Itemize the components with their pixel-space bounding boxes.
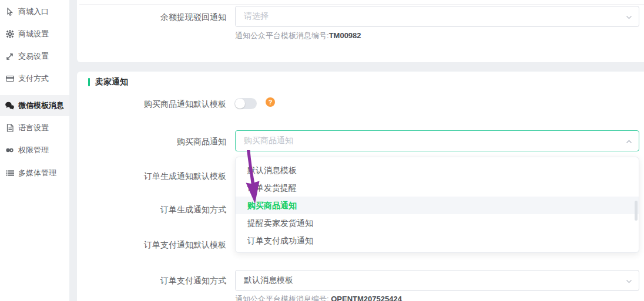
dropdown-option-ship-reminder[interactable]: 订单发货提醒 xyxy=(236,179,639,197)
sidebar-item-label: 微信模板消息 xyxy=(18,100,64,111)
helper-prefix: 通知公众平台模板消息编号: xyxy=(235,295,331,301)
credit-card-icon xyxy=(5,75,14,83)
buy-notice-default-template-toggle[interactable] xyxy=(234,98,257,109)
order-pay-method-label: 订单支付通知方式 xyxy=(82,276,226,285)
sidebar-item-language-settings[interactable]: 语言设置 xyxy=(0,117,69,138)
gear-icon xyxy=(5,30,14,39)
order-create-method-label: 订单生成通知方式 xyxy=(82,205,226,214)
helper-prefix: 通知公众平台模板消息编号: xyxy=(235,31,329,40)
sidebar-item-label: 支付方式 xyxy=(18,73,49,84)
dropdown-option-default-template[interactable]: 默认消息模板 xyxy=(236,161,639,179)
eye-mask-icon xyxy=(5,146,14,155)
sidebar-item-label: 权限管理 xyxy=(18,145,49,155)
card-divider xyxy=(79,4,644,5)
sidebar-item-label: 商城入口 xyxy=(18,6,49,17)
order-pay-method-select[interactable]: 默认消息模板 xyxy=(235,270,639,291)
sidebar-item-payment-methods[interactable]: 支付方式 xyxy=(0,68,69,89)
sidebar-item-wechat-template-messages[interactable]: 微信模板消息 xyxy=(0,95,69,116)
template-code: TM00982 xyxy=(329,31,361,40)
chevron-down-icon xyxy=(625,13,633,23)
buy-notice-label: 购买商品通知 xyxy=(82,137,226,146)
buy-notice-dropdown: 默认消息模板 订单发货提醒 购买商品通知 提醒卖家发货通知 订单支付成功通知 xyxy=(235,157,639,253)
dropdown-option-remind-seller-ship[interactable]: 提醒卖家发货通知 xyxy=(236,214,639,232)
sidebar-item-label: 多媒体管理 xyxy=(18,168,56,178)
withdraw-template-code-helper: 通知公众平台模板消息编号:TM00982 xyxy=(235,31,361,41)
buy-notice-select[interactable]: 购买商品通知 xyxy=(235,130,639,151)
question-icon[interactable]: ? xyxy=(266,97,275,107)
order-pay-template-code-helper: 通知公众平台模板消息编号: OPENTM207525424 xyxy=(235,294,402,301)
document-icon xyxy=(5,124,14,133)
sidebar-item-mall-settings[interactable]: 商城设置 xyxy=(0,23,69,45)
sidebar-item-trade-settings[interactable]: 交易设置 xyxy=(0,46,69,67)
sidebar-item-label: 语言设置 xyxy=(18,123,49,133)
dropdown-option-buy-notice[interactable]: 购买商品通知 xyxy=(236,197,639,214)
order-pay-default-template-label: 订单支付通知默认模板 xyxy=(82,240,226,249)
dropdown-option-pay-success[interactable]: 订单支付成功通知 xyxy=(236,232,639,249)
sidebar-item-multimedia-management[interactable]: 多媒体管理 xyxy=(0,163,69,184)
hand-pointer-icon xyxy=(5,8,14,16)
wechat-template-settings-page: 商城入口 商城设置 交易设置 支付方式 微信模板消息 语言设置 权限管理 多媒 xyxy=(0,0,644,301)
section-header: 卖家通知 xyxy=(88,77,128,87)
withdraw-reject-notice-select[interactable]: 请选择 xyxy=(235,6,639,27)
template-code: OPENTM207525424 xyxy=(331,295,402,301)
toggle-knob xyxy=(235,99,245,109)
select-placeholder: 购买商品通知 xyxy=(244,136,293,146)
section-accent-bar xyxy=(88,78,90,86)
sidebar-item-permission-management[interactable]: 权限管理 xyxy=(0,140,69,161)
buy-notice-default-template-label: 购买商品通知默认模板 xyxy=(82,99,226,109)
sidebar-item-mall-entrance[interactable]: 商城入口 xyxy=(0,1,69,22)
select-value: 默认消息模板 xyxy=(244,275,293,286)
list-icon xyxy=(5,169,14,178)
transfer-arrows-icon xyxy=(5,52,14,61)
select-placeholder: 请选择 xyxy=(244,11,269,22)
dropdown-scrollbar-thumb[interactable] xyxy=(635,201,638,221)
order-create-default-template-label: 订单生成通知默认模板 xyxy=(82,171,226,181)
chevron-up-icon xyxy=(625,138,633,147)
sidebar: 商城入口 商城设置 交易设置 支付方式 微信模板消息 语言设置 权限管理 多媒 xyxy=(0,0,69,301)
sidebar-item-label: 交易设置 xyxy=(18,51,49,62)
section-title: 卖家通知 xyxy=(95,77,128,87)
withdraw-reject-notice-label: 余额提现驳回通知 xyxy=(82,12,226,22)
chevron-down-icon xyxy=(625,278,633,287)
sidebar-item-label: 商城设置 xyxy=(18,29,49,39)
chat-bubbles-icon xyxy=(5,102,14,110)
